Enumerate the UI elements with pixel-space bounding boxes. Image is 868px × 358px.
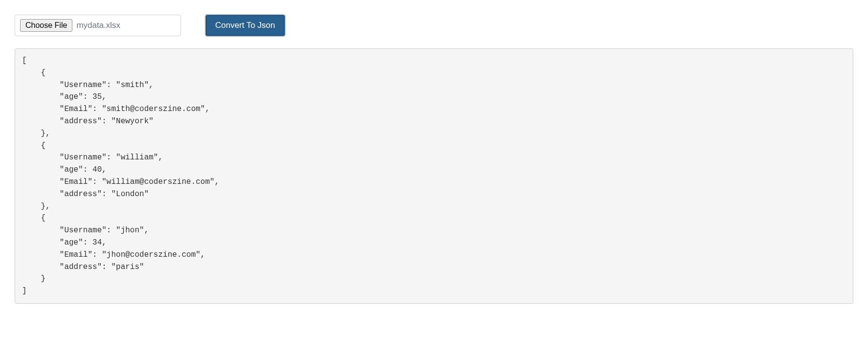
choose-file-button[interactable]: Choose File <box>20 19 72 32</box>
json-output: [ { "Username": "smith", "age": 35, "Ema… <box>15 48 853 304</box>
selected-filename: mydata.xlsx <box>76 21 120 30</box>
convert-to-json-button[interactable]: Convert To Json <box>205 15 285 36</box>
file-input-wrapper[interactable]: Choose File mydata.xlsx <box>15 15 181 36</box>
controls-row: Choose File mydata.xlsx Convert To Json <box>15 15 853 36</box>
